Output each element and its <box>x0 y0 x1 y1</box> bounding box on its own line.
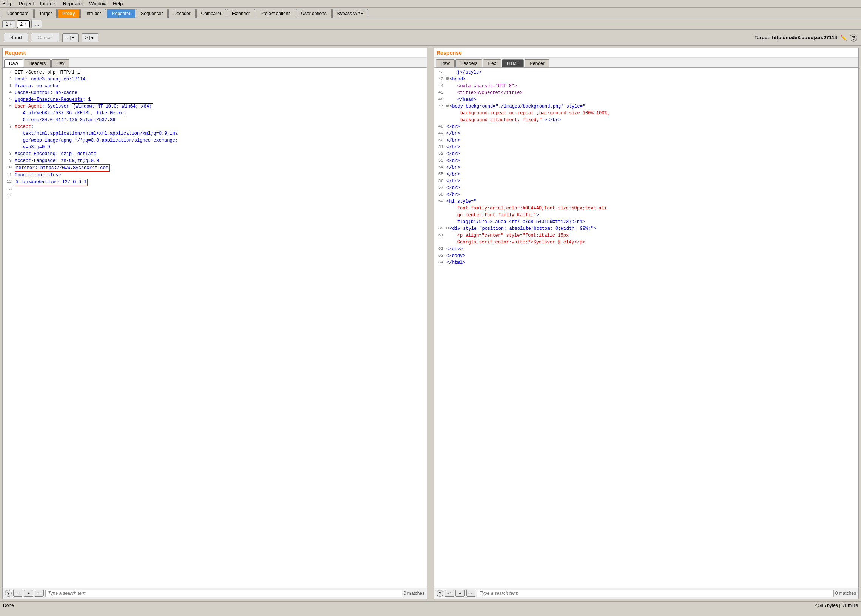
response-line-62: 62</div> <box>436 246 857 253</box>
response-line-53: 53</br> <box>436 157 857 164</box>
panel-divider[interactable] <box>430 48 431 599</box>
tab-comparer[interactable]: Comparer <box>196 9 226 18</box>
request-line-7: 7 Accept: text/html,application/xhtml+xm… <box>4 123 425 151</box>
response-panel: Response Raw Headers Hex HTML Render 42 … <box>434 48 859 599</box>
response-line-45: 45 <title>SycSecret</title> <box>436 90 857 96</box>
response-code-area[interactable]: 42 }</style> 43 ⊟ <head> 44 <meta charse… <box>434 68 858 588</box>
request-tabs: Raw Headers Hex <box>3 58 427 68</box>
request-title: Request <box>3 48 427 58</box>
nav-back-button[interactable]: < |▼ <box>62 33 79 42</box>
tab-project-options[interactable]: Project options <box>256 9 295 18</box>
menu-window[interactable]: Window <box>89 1 107 6</box>
tab-sequencer[interactable]: Sequencer <box>136 9 168 18</box>
request-line-1: 1 GET /Secret.php HTTP/1.1 <box>4 69 425 76</box>
nav-fwd-label: > |▼ <box>85 35 94 40</box>
tab-extender[interactable]: Extender <box>227 9 255 18</box>
response-tab-headers[interactable]: Headers <box>455 59 482 67</box>
response-search-next[interactable]: + <box>455 590 464 597</box>
sub-tab-more[interactable]: ... <box>31 20 42 28</box>
response-line-46: 46 </head> <box>436 96 857 103</box>
response-line-43: 43 ⊟ <head> <box>436 76 857 83</box>
response-line-49: 49</br> <box>436 130 857 137</box>
response-tab-render[interactable]: Render <box>524 59 549 67</box>
tab-user-options[interactable]: User options <box>296 9 331 18</box>
response-line-57: 57</br> <box>436 185 857 192</box>
menu-repeater[interactable]: Repeater <box>63 1 83 6</box>
request-search-all[interactable]: > <box>35 590 44 597</box>
response-tab-html[interactable]: HTML <box>502 59 524 67</box>
cancel-button[interactable]: Cancel <box>31 33 59 42</box>
response-tabs: Raw Headers Hex HTML Render <box>434 58 858 68</box>
request-search-prev[interactable]: < <box>13 590 22 597</box>
response-line-59: 59 <h1 style=" font-family:arial;color:#… <box>436 198 857 225</box>
tab-bypass-waf[interactable]: Bypass WAF <box>332 9 368 18</box>
request-tab-raw[interactable]: Raw <box>4 59 23 67</box>
response-line-44: 44 <meta charset="UTF-8"> <box>436 83 857 90</box>
request-search-input[interactable] <box>45 589 402 597</box>
request-line-8: 8 Accept-Encoding: gzip, deflate <box>4 151 425 157</box>
response-line-63: 63</body> <box>436 253 857 259</box>
main-tab-bar: Dashboard Target Proxy Intruder Repeater… <box>0 8 861 19</box>
request-line-13: 13 <box>4 186 425 193</box>
request-line-9: 9 Accept-Language: zh-CN,zh;q=0.9 <box>4 157 425 164</box>
nav-fwd-button[interactable]: > |▼ <box>82 33 98 42</box>
sub-tab-bar: 1 × 2 × ... <box>0 19 861 30</box>
request-tab-headers[interactable]: Headers <box>24 59 50 67</box>
response-search-prev[interactable]: < <box>445 590 454 597</box>
tab-dashboard[interactable]: Dashboard <box>2 9 34 18</box>
statusbar-right: 2,585 bytes | 51 millis <box>815 603 858 608</box>
request-line-5: 5 Upgrade-Insecure-Requests: 1 <box>4 96 425 103</box>
response-line-52: 52</br> <box>436 151 857 157</box>
edit-target-icon[interactable]: ✏️ <box>840 35 847 41</box>
sub-tab-2-label: 2 <box>20 22 23 27</box>
response-tab-hex[interactable]: Hex <box>483 59 501 67</box>
request-line-4: 4 Cache-Control: no-cache <box>4 90 425 96</box>
response-line-51: 51</br> <box>436 144 857 151</box>
request-line-12: 12 X-Forwarded-For: 127.0.0.1 <box>4 179 425 186</box>
tab-proxy[interactable]: Proxy <box>57 9 80 18</box>
send-button[interactable]: Send <box>4 33 28 42</box>
request-line-10: 10 referer: https://www.Sycsecret.com <box>4 164 425 172</box>
sub-tab-1-close[interactable]: × <box>10 22 12 26</box>
menubar: Burp Project Intruder Repeater Window He… <box>0 0 861 8</box>
response-line-56: 56</br> <box>436 178 857 185</box>
menu-project[interactable]: Project <box>19 1 34 6</box>
response-line-42: 42 }</style> <box>436 69 857 76</box>
response-tab-raw[interactable]: Raw <box>436 59 455 67</box>
menu-burp[interactable]: Burp <box>2 1 13 6</box>
response-line-64: 64</html> <box>436 259 857 266</box>
request-search-bar: ? < + > 0 matches <box>3 588 427 599</box>
tab-target[interactable]: Target <box>35 9 57 18</box>
tab-intruder[interactable]: Intruder <box>80 9 106 18</box>
response-line-54: 54</br> <box>436 164 857 171</box>
request-line-2: 2 Host: node3.buuoj.cn:27114 <box>4 76 425 83</box>
sub-tab-1-label: 1 <box>6 22 8 27</box>
toolbar: Send Cancel < |▼ > |▼ Target: http://nod… <box>0 30 861 46</box>
response-line-50: 50</br> <box>436 137 857 144</box>
tab-decoder[interactable]: Decoder <box>168 9 195 18</box>
sub-tab-2-close[interactable]: × <box>24 22 27 26</box>
response-search-help[interactable]: ? <box>436 590 443 597</box>
response-line-58: 58</br> <box>436 192 857 198</box>
menu-intruder[interactable]: Intruder <box>40 1 57 6</box>
response-title: Response <box>434 48 858 58</box>
menu-help[interactable]: Help <box>113 1 123 6</box>
request-match-count: 0 matches <box>404 591 425 596</box>
tab-repeater[interactable]: Repeater <box>107 9 135 18</box>
response-line-60: 60 ⊟ <div style="position: absolute;bott… <box>436 225 857 232</box>
response-search-all[interactable]: > <box>466 590 475 597</box>
request-code-area[interactable]: 1 GET /Secret.php HTTP/1.1 2 Host: node3… <box>3 68 427 588</box>
request-tab-hex[interactable]: Hex <box>51 59 69 67</box>
sub-tab-2[interactable]: 2 × <box>17 20 30 28</box>
request-line-6: 6 User-Agent: Syclover (Windows NT 10.0;… <box>4 103 425 123</box>
help-icon[interactable]: ? <box>850 34 857 41</box>
statusbar: Done 2,585 bytes | 51 millis <box>0 601 861 609</box>
request-search-help[interactable]: ? <box>5 590 12 597</box>
response-search-input[interactable] <box>477 589 833 597</box>
request-line-3: 3 Pragma: no-cache <box>4 83 425 90</box>
response-line-47: 47 ⊟ <body background="./images/backgrou… <box>436 103 857 123</box>
request-search-next[interactable]: + <box>24 590 33 597</box>
sub-tab-1[interactable]: 1 × <box>2 20 16 28</box>
response-line-55: 55</br> <box>436 171 857 178</box>
target-label: Target: http://node3.buuoj.cn:27114 <box>754 35 837 40</box>
